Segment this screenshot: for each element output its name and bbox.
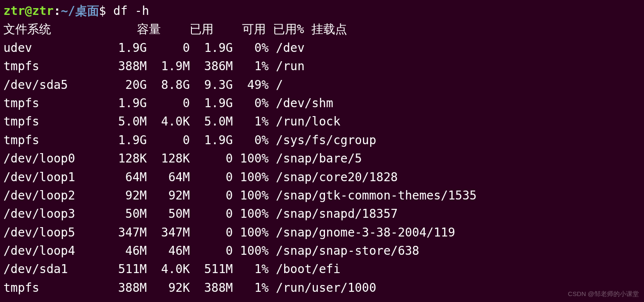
prompt-colon: :: [54, 4, 61, 18]
prompt-user-host: ztr@ztr: [3, 4, 54, 18]
prompt-dollar: $: [99, 4, 114, 18]
df-output: 文件系统 容量 已用 可用 已用% 挂载点 udev 1.9G 0 1.9G 0…: [3, 22, 477, 294]
command-text: df -h: [113, 4, 149, 18]
prompt-path: ~/桌面: [61, 4, 99, 18]
watermark-text: CSDN @邹老师的小课堂: [568, 289, 639, 299]
terminal-output[interactable]: ztr@ztr:~/桌面$ df -h 文件系统 容量 已用 可用 已用% 挂载…: [3, 2, 641, 297]
